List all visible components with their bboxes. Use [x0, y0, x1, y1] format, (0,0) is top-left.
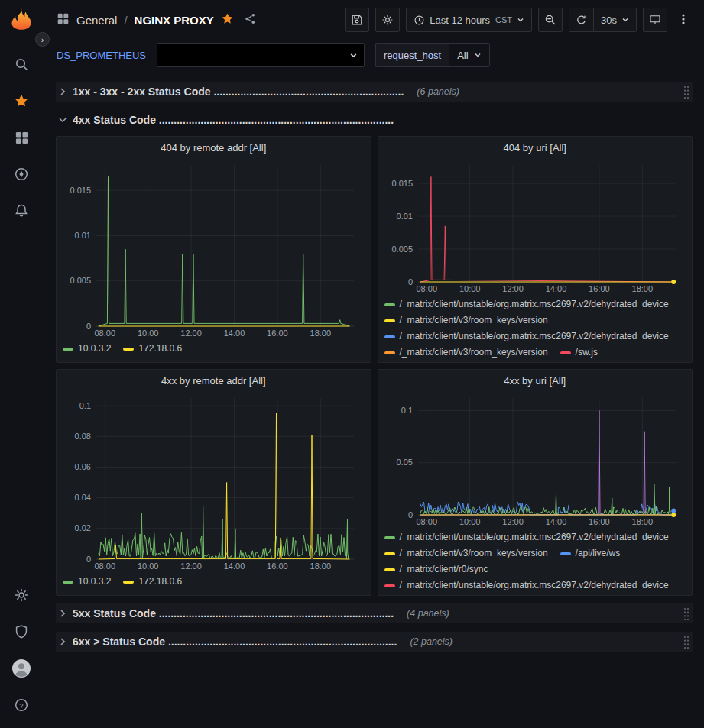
svg-text:0.1: 0.1 [79, 401, 91, 410]
panel-chart[interactable]: 08:0010:0012:0014:0016:0018:0000.020.040… [63, 392, 365, 572]
datasource-variable-label[interactable]: DS_PROMETHEUS [57, 50, 146, 61]
svg-text:14:00: 14:00 [545, 517, 566, 526]
drag-handle-icon[interactable] [683, 635, 690, 649]
svg-text:0.01: 0.01 [75, 231, 91, 240]
legend-item[interactable]: /_matrix/client/unstable/org.matrix.msc2… [384, 578, 669, 593]
row-header-4xx[interactable]: 4xx Status Code ........................… [56, 110, 693, 130]
legend-item[interactable]: /_matrix/client/v3/room_keys/version [384, 313, 548, 328]
panel-title[interactable]: 404 by remote addr [All] [63, 137, 365, 159]
search-icon[interactable] [6, 46, 37, 83]
request-host-select[interactable]: All [449, 43, 489, 67]
svg-text:0.01: 0.01 [396, 212, 412, 221]
legend-label: 10.0.3.2 [78, 574, 111, 589]
svg-text:08:00: 08:00 [416, 517, 437, 526]
save-dashboard-button[interactable] [345, 8, 369, 32]
favorite-star-icon[interactable] [221, 12, 234, 28]
cycle-view-mode-button[interactable] [643, 8, 667, 32]
panels-grid: 404 by remote addr [All] 08:0010:0012:00… [56, 136, 693, 596]
legend-item[interactable]: 172.18.0.6 [123, 341, 182, 356]
legend-item[interactable]: 172.18.0.6 [123, 574, 182, 589]
profile-avatar[interactable] [6, 650, 37, 687]
drag-handle-icon[interactable] [683, 85, 690, 99]
explore-compass-icon[interactable] [6, 156, 37, 193]
timezone-label: CST [495, 15, 512, 24]
svg-text:12:00: 12:00 [180, 328, 202, 338]
row-header-1xx[interactable]: 1xx - 3xx - 2xx Status Code ............… [56, 82, 693, 102]
row-panel-count: (4 panels) [407, 608, 449, 619]
legend-item[interactable]: /_matrix/client/unstable/org.matrix.msc2… [384, 530, 669, 545]
svg-text:08:00: 08:00 [95, 561, 116, 571]
legend-label: /_matrix/client/r0/sync [400, 562, 488, 577]
request-host-label: request_host [375, 43, 449, 67]
share-icon[interactable] [244, 12, 257, 28]
legend-item[interactable]: 10.0.3.2 [63, 341, 111, 356]
panel-chart[interactable]: 08:0010:0012:0014:0016:0018:0000.050.1 [384, 392, 686, 528]
svg-text:16:00: 16:00 [589, 284, 610, 293]
legend-swatch [384, 568, 395, 571]
svg-text:14:00: 14:00 [224, 328, 245, 338]
legend-item[interactable]: /_matrix/client/unstable/org.matrix.msc2… [384, 297, 669, 312]
starred-dashboards-icon[interactable] [6, 83, 37, 119]
dashboard-settings-button[interactable] [375, 8, 400, 32]
sidebar-expand-button[interactable]: › [35, 32, 50, 47]
alerting-bell-icon[interactable] [6, 193, 37, 229]
legend-swatch [384, 303, 395, 306]
panel-4xx-by-uri: 4xx by uri [All] 08:0010:0012:0014:0016:… [378, 369, 693, 596]
panel-4xx-by-remote-addr: 4xx by remote addr [All] 08:0010:0012:00… [56, 369, 371, 596]
breadcrumb-folder[interactable]: General [76, 14, 117, 27]
legend-label: /_matrix/client/unstable/org.matrix.msc2… [400, 329, 669, 344]
svg-text:18:00: 18:00 [310, 561, 332, 571]
legend-item[interactable]: /_matrix/client/r0/sync [384, 562, 488, 577]
drag-handle-icon[interactable] [683, 607, 690, 620]
legend-swatch [384, 536, 395, 539]
row-title: 6xx > Status Code ......................… [73, 636, 397, 648]
panel-legend: /_matrix/client/unstable/org.matrix.msc2… [384, 528, 686, 593]
legend-item[interactable]: /_matrix/client/unstable/org.matrix.msc2… [384, 329, 669, 344]
legend-label: /sw.js [576, 345, 598, 360]
time-range-picker[interactable]: Last 12 hours CST [406, 8, 532, 32]
legend-swatch [63, 581, 73, 584]
settings-gear-icon[interactable] [6, 577, 37, 613]
row-header-6xx[interactable]: 6xx > Status Code ......................… [56, 632, 693, 652]
legend-item[interactable]: /sw.js [560, 345, 598, 360]
legend-item[interactable]: /_matrix/client/v3/room_keys/version [384, 546, 548, 561]
panel-legend: 10.0.3.2172.18.0.6 [63, 572, 365, 589]
kebab-menu-icon[interactable] [673, 12, 693, 28]
grafana-logo-icon[interactable] [7, 5, 36, 35]
sidebar-bottom-group: ? [6, 577, 37, 723]
refresh-group: 30s [569, 8, 637, 32]
panel-chart[interactable]: 08:0010:0012:0014:0016:0018:0000.0050.01… [63, 159, 365, 339]
dashboards-grid-icon[interactable] [6, 119, 37, 156]
svg-text:18:00: 18:00 [310, 328, 332, 338]
svg-text:12:00: 12:00 [502, 517, 524, 526]
legend-item[interactable]: /api/live/ws [560, 546, 621, 561]
panel-title[interactable]: 404 by uri [All] [384, 137, 686, 159]
svg-text:10:00: 10:00 [459, 517, 480, 526]
chevron-right-icon [58, 609, 67, 618]
panel-title[interactable]: 4xx by uri [All] [384, 370, 686, 392]
legend-swatch [384, 584, 395, 587]
panel-title[interactable]: 4xx by remote addr [All] [63, 370, 365, 392]
svg-text:18:00: 18:00 [631, 517, 653, 526]
legend-label: /_matrix/client/unstable/org.matrix.msc2… [400, 530, 669, 545]
refresh-interval-dropdown[interactable]: 30s [593, 8, 637, 32]
breadcrumb-separator: / [124, 14, 127, 27]
legend-item[interactable]: 10.0.3.2 [63, 574, 111, 589]
legend-item[interactable]: /_matrix/client/v3/room_keys/version [384, 345, 548, 360]
chevron-right-icon [58, 637, 67, 646]
svg-text:08:00: 08:00 [416, 284, 437, 293]
legend-label: 10.0.3.2 [78, 341, 111, 356]
svg-text:16:00: 16:00 [267, 328, 288, 338]
row-header-5xx[interactable]: 5xx Status Code ........................… [56, 603, 693, 623]
dashboard-title[interactable]: NGINX PROXY [135, 14, 214, 27]
zoom-out-button[interactable] [538, 8, 563, 32]
admin-shield-icon[interactable] [6, 613, 37, 650]
panel-chart[interactable]: 08:0010:0012:0014:0016:0018:0000.0050.01… [384, 159, 686, 295]
datasource-select[interactable] [157, 43, 365, 67]
help-icon[interactable]: ? [6, 687, 37, 723]
caret-down-icon [517, 16, 524, 24]
refresh-button[interactable] [569, 8, 593, 32]
panel-legend: /_matrix/client/unstable/org.matrix.msc2… [384, 295, 686, 360]
sidebar: ? › [0, 0, 43, 728]
legend-label: /api/live/ws [576, 546, 621, 561]
